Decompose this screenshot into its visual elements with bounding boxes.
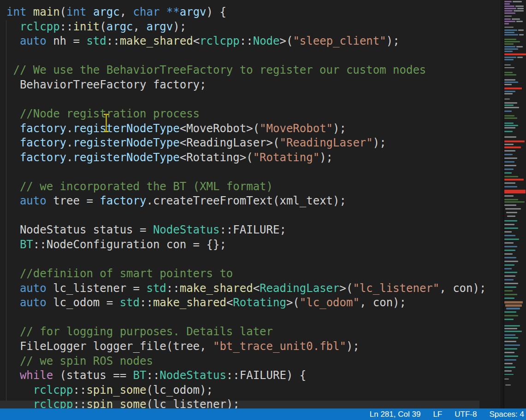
code-line[interactable]: factory.registerNodeType<MoveRobot>("Mov…: [6, 122, 486, 136]
minimap-band: [504, 32, 514, 33]
code-token: ::: [106, 35, 120, 47]
code-token: NodeStatus status =: [6, 223, 153, 236]
code-token: rclcpp: [33, 398, 73, 408]
minimap-band: [504, 179, 524, 181]
status-encoding[interactable]: UTF-8: [455, 410, 477, 419]
minimap-band: [504, 136, 516, 138]
minimap-band: [504, 165, 516, 166]
code-token: make_shared: [180, 282, 253, 295]
code-token: argv: [180, 6, 207, 18]
minimap-band: [504, 341, 516, 342]
code-token: [6, 122, 20, 135]
code-area[interactable]: int main(int argc, char **argv) { rclcpp…: [6, 5, 486, 408]
minimap-band: [504, 21, 515, 22]
code-token: <ReadingLaser>(: [180, 136, 280, 149]
code-line[interactable]: rclcpp::spin_some(lc_odom);: [6, 383, 486, 398]
code-line[interactable]: [6, 165, 486, 180]
code-line[interactable]: BehaviorTreeFactory factory;: [6, 78, 486, 93]
code-line[interactable]: auto nh = std::make_shared<rclcpp::Node>…: [6, 34, 486, 49]
minimap-band: [504, 286, 516, 288]
code-line[interactable]: [6, 310, 486, 325]
minimap[interactable]: [504, 0, 526, 408]
code-line[interactable]: auto lc_listener = std::make_shared<Read…: [6, 281, 486, 296]
code-line[interactable]: while (status == BT::NodeStatus::FAILURE…: [6, 368, 486, 383]
minimap-band: [504, 74, 516, 76]
code-line[interactable]: [6, 49, 486, 64]
code-token: <: [226, 296, 233, 309]
code-line[interactable]: auto tree = factory.createTreeFromText(x…: [6, 194, 486, 209]
minimap-band: [504, 1, 512, 2]
code-line[interactable]: NodeStatus status = NodeStatus::FAILURE;: [6, 223, 486, 238]
code-line[interactable]: // for logging purposes. Details later: [6, 325, 486, 339]
minimap-band: [512, 18, 520, 20]
code-line[interactable]: [6, 92, 486, 107]
minimap-band: [504, 334, 515, 336]
code-editor[interactable]: int main(int argc, char **argv) { rclcpp…: [0, 0, 500, 408]
code-token: auto: [20, 282, 47, 295]
code-token: char: [133, 6, 160, 18]
code-line[interactable]: //definiion of smart pointers to: [6, 267, 486, 281]
code-token: spin_some: [86, 384, 146, 397]
minimap-band: [504, 311, 516, 313]
code-line[interactable]: factory.registerNodeType<ReadingLaser>("…: [6, 136, 486, 151]
status-indentation[interactable]: Spaces: 4: [489, 410, 524, 419]
minimap-band: [504, 272, 517, 273]
code-token: Rotating: [233, 296, 286, 309]
code-token: , con);: [439, 282, 486, 295]
code-token: <: [253, 282, 260, 295]
code-token: // We use the BehaviorTreeFactory to reg…: [13, 64, 426, 76]
code-token: [6, 238, 20, 251]
minimap-band: [504, 275, 515, 277]
code-token: ::: [146, 369, 160, 382]
code-line[interactable]: BT::NodeConfiguration con = {};: [6, 238, 486, 252]
code-line[interactable]: rclcpp::init(argc, argv);: [6, 20, 486, 35]
minimap-band: [504, 131, 513, 132]
code-line[interactable]: // we spin ROS nodes: [6, 354, 486, 369]
code-line[interactable]: //Node registration process: [6, 107, 486, 122]
minimap-band: [504, 125, 518, 126]
code-line[interactable]: FileLogger logger_file(tree, "bt_trace_u…: [6, 339, 486, 354]
code-line[interactable]: factory.registerNodeType<Rotating>("Rota…: [6, 151, 486, 165]
minimap-band: [519, 34, 524, 35]
minimap-band: [504, 315, 518, 316]
status-eol-sequence[interactable]: LF: [433, 410, 442, 419]
minimap-band: [504, 325, 520, 327]
minimap-band: [518, 29, 524, 31]
code-line[interactable]: [6, 252, 486, 267]
code-line[interactable]: // We use the BehaviorTreeFactory to reg…: [6, 63, 486, 78]
minimap-band: [504, 370, 512, 372]
minimap-band: [504, 204, 516, 206]
minimap-band: [504, 144, 514, 145]
minimap-band: [504, 374, 514, 375]
code-token: // we incorporated the BT (XML format): [20, 180, 273, 193]
minimap-band: [504, 279, 514, 280]
code-token: );: [173, 20, 186, 33]
minimap-band: [504, 344, 520, 346]
minimap-band: [504, 224, 514, 225]
minimap-band: [516, 46, 523, 47]
minimap-band: [504, 102, 517, 104]
code-token: [6, 64, 13, 76]
minimap-band: [504, 172, 512, 174]
code-line[interactable]: auto lc_odom = std::make_shared<Rotating…: [6, 296, 486, 310]
code-line[interactable]: // we incorporated the BT (XML format): [6, 180, 486, 194]
minimap-band: [504, 140, 525, 142]
code-line[interactable]: [6, 209, 486, 223]
code-token: NodeStatus: [160, 369, 226, 382]
minimap-band: [504, 294, 517, 295]
code-token: std: [146, 282, 166, 295]
code-line[interactable]: int main(int argc, char **argv) {: [6, 5, 486, 20]
code-token: );: [346, 340, 360, 353]
code-token: [26, 6, 33, 18]
code-token: init: [73, 20, 100, 33]
code-token: factory: [100, 194, 146, 207]
code-token: ::: [73, 384, 87, 397]
code-token: [6, 151, 20, 164]
code-token: ::: [60, 20, 73, 33]
minimap-band: [504, 115, 514, 117]
status-cursor-position[interactable]: Ln 281, Col 39: [370, 410, 421, 419]
minimap-band: [504, 43, 514, 45]
minimap-band: [504, 235, 515, 236]
minimap-band: [516, 21, 523, 22]
code-line[interactable]: rclcpp::spin_some(lc_listener);: [6, 397, 486, 408]
